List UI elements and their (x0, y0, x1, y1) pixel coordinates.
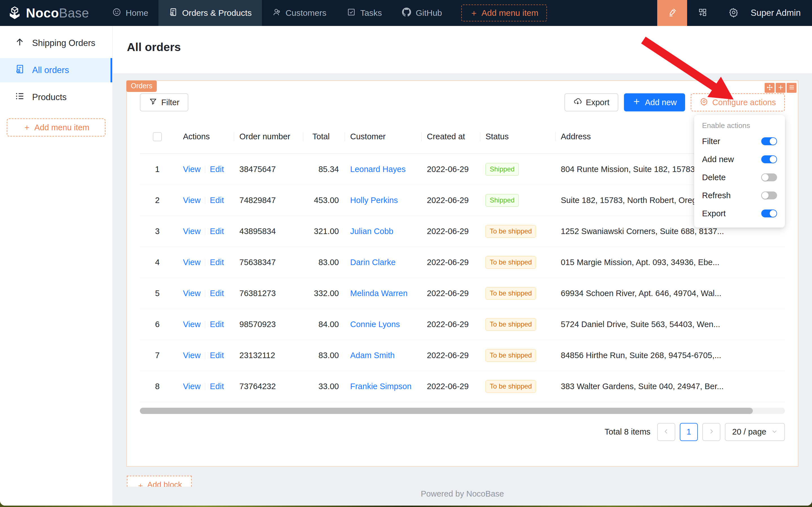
status-badge: Shipped (485, 163, 519, 176)
page-size-select[interactable]: 20 / page (725, 423, 785, 441)
add-new-button[interactable]: Add new (624, 93, 685, 111)
status-badge: Shipped (485, 194, 519, 207)
block-add-button[interactable] (776, 83, 786, 93)
list-icon (15, 91, 25, 104)
nav-item-tasks[interactable]: Tasks (337, 0, 392, 26)
export-button[interactable]: Export (565, 93, 619, 111)
total-cell: 83.00 (303, 247, 345, 278)
enable-actions-popover: Enable actions Filter Add new Delete Ref… (694, 115, 785, 228)
edit-link[interactable]: Edit (210, 320, 224, 329)
customer-link[interactable]: Frankie Simpson (350, 382, 412, 391)
customer-link[interactable]: Adam Smith (350, 351, 395, 360)
address-cell: 383 Walter Gardens, Suite 040, 24947, Be… (556, 371, 785, 402)
hamburger-icon (788, 84, 795, 92)
plugin-manager-button[interactable] (687, 0, 718, 26)
powered-by-footer: Powered by NocoBase (113, 489, 812, 499)
customer-link[interactable]: Melinda Warren (350, 289, 408, 298)
view-link[interactable]: View (183, 351, 200, 360)
col-header-status: Status (480, 120, 556, 154)
row-index: 1 (140, 154, 178, 185)
sidebar-item-products[interactable]: Products (0, 85, 112, 109)
edit-link[interactable]: Edit (210, 289, 224, 298)
toggle-label: Filter (702, 137, 720, 146)
sidebar-add-menu-item-button[interactable]: ＋ Add menu item (7, 118, 106, 136)
drag-handle-button[interactable] (765, 83, 774, 93)
row-index: 2 (140, 185, 178, 216)
view-link[interactable]: View (183, 196, 200, 205)
filter-label: Filter (161, 98, 179, 107)
block-menu-button[interactable] (787, 83, 797, 93)
delete-toggle[interactable] (761, 173, 777, 181)
table-row: 3 ViewEdit 43895834 321.00 Julian Cobb 2… (140, 216, 785, 247)
toggle-knob (762, 192, 768, 199)
navbar-add-menu-item-button[interactable]: ＋ Add menu item (461, 4, 547, 21)
status-badge: To be shipped (485, 380, 536, 393)
action-divider (205, 197, 205, 204)
view-link[interactable]: View (183, 289, 200, 298)
edit-link[interactable]: Edit (210, 382, 224, 391)
popover-row-add-new: Add new (702, 150, 777, 168)
action-divider (205, 166, 205, 173)
prev-page-button[interactable] (657, 423, 675, 441)
plus-icon: ＋ (137, 480, 144, 487)
toggle-knob (770, 138, 776, 145)
row-actions: ViewEdit (178, 247, 234, 278)
app-window: NocoBase Home Orders & Products (0, 0, 812, 506)
edit-link[interactable]: Edit (210, 258, 224, 267)
page-1-button[interactable]: 1 (680, 423, 698, 441)
customer-cell: Julian Cobb (345, 216, 422, 247)
sidebar-item-label: All orders (32, 65, 69, 75)
refresh-toggle[interactable] (761, 191, 777, 200)
col-header-total: Total (303, 120, 345, 154)
export-toggle[interactable] (761, 210, 777, 217)
filter-button[interactable]: Filter (140, 93, 188, 111)
order-number-cell: 76381273 (234, 278, 303, 309)
customer-link[interactable]: Holly Perkins (350, 196, 398, 205)
view-link[interactable]: View (183, 320, 200, 329)
popover-row-delete: Delete (702, 168, 777, 186)
export-label: Export (586, 98, 610, 107)
current-user[interactable]: Super Admin (751, 8, 801, 18)
customer-link[interactable]: Leonard Hayes (350, 165, 406, 174)
total-cell: 84.00 (303, 309, 345, 340)
status-badge: To be shipped (485, 256, 536, 269)
view-link[interactable]: View (183, 258, 200, 267)
select-all-checkbox[interactable] (153, 132, 162, 141)
view-link[interactable]: View (183, 382, 200, 391)
view-link[interactable]: View (183, 227, 200, 236)
view-link[interactable]: View (183, 165, 200, 174)
nav-item-home[interactable]: Home (102, 0, 159, 26)
nav-item-label: GitHub (416, 8, 442, 18)
settings-button[interactable] (718, 0, 749, 26)
status-badge: To be shipped (485, 225, 536, 238)
created-at-cell: 2022-06-29 (422, 185, 480, 216)
created-at-cell: 2022-06-29 (422, 247, 480, 278)
edit-link[interactable]: Edit (210, 351, 224, 360)
status-cell: To be shipped (480, 216, 556, 247)
edit-link[interactable]: Edit (210, 165, 224, 174)
customer-link[interactable]: Darin Clarke (350, 258, 396, 267)
next-page-button[interactable] (702, 423, 720, 441)
created-at-cell: 2022-06-29 (422, 278, 480, 309)
sidebar-item-all-orders[interactable]: All orders (0, 58, 112, 82)
add-new-toggle[interactable] (761, 155, 777, 163)
nav-item-customers[interactable]: Customers (262, 0, 337, 26)
toggle-knob (770, 210, 776, 217)
customer-cell: Adam Smith (345, 340, 422, 371)
edit-link[interactable]: Edit (210, 227, 224, 236)
scrollbar-thumb[interactable] (140, 408, 753, 414)
filter-toggle[interactable] (761, 137, 777, 145)
nav-item-orders-products[interactable]: Orders & Products (159, 0, 262, 26)
horizontal-scrollbar (140, 408, 785, 414)
customer-link[interactable]: Connie Lyons (350, 320, 400, 329)
edit-link[interactable]: Edit (210, 196, 224, 205)
nav-item-github[interactable]: GitHub (392, 0, 452, 26)
configure-actions-button[interactable]: Configure actions (691, 93, 785, 111)
ui-editor-button[interactable] (657, 0, 687, 26)
total-cell: 332.00 (303, 278, 345, 309)
sidebar-item-shipping-orders[interactable]: Shipping Orders (0, 31, 112, 55)
customer-link[interactable]: Julian Cobb (350, 227, 393, 236)
add-block-button[interactable]: ＋ Add block (127, 476, 192, 487)
nocobase-logo[interactable]: NocoBase (7, 5, 89, 21)
navbar-right: Super Admin (657, 0, 812, 26)
